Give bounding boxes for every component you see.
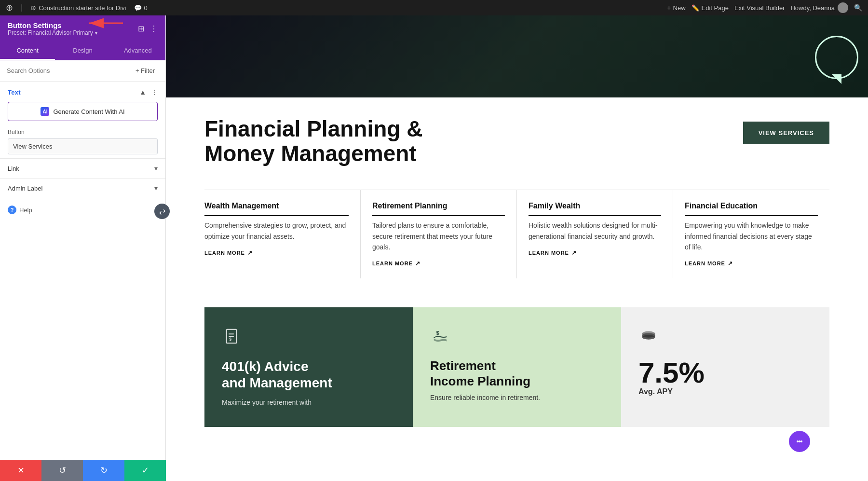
services-grid: Wealth Management Comprehensive strategi… (204, 190, 829, 278)
admin-label-section[interactable]: Admin Label ▾ (0, 178, 165, 198)
link-section[interactable]: Link ▾ (0, 158, 165, 178)
svg-text:$: $ (436, 330, 439, 336)
swap-icon[interactable]: ⇄ (154, 204, 170, 219)
admin-bar: ⊕ | ⊕ Construction starter site for Divi… (0, 0, 868, 15)
learn-more-wealth[interactable]: LEARN MORE ↗ (204, 249, 349, 256)
learn-more-family[interactable]: LEARN MORE ↗ (529, 249, 661, 256)
preset-selector[interactable]: Preset: Financial Advisor Primary ▾ (8, 29, 97, 36)
filter-button[interactable]: + Filter (132, 65, 159, 76)
button-field-label: Button (8, 129, 158, 136)
section-collapse-icon[interactable]: ▲ (139, 88, 146, 96)
sidebar-panel: Button Settings Preset: Financial Adviso… (0, 15, 166, 481)
service-desc-wealth: Comprehensive strategies to grow, protec… (204, 220, 349, 242)
service-title-retirement: Retirement Planning (372, 202, 505, 216)
service-title-education: Financial Education (685, 202, 818, 216)
search-icon[interactable]: 🔍 (854, 4, 862, 12)
wp-logo-icon[interactable]: ⊕ (6, 2, 13, 13)
site-title[interactable]: ⊕ Construction starter site for Divi (30, 4, 126, 12)
service-item-education: Financial Education Empowering you with … (673, 190, 829, 278)
redo-button[interactable]: ↻ (83, 460, 124, 481)
card-apy: 7.5% Avg. APY (621, 307, 829, 427)
comments-item[interactable]: 💬 0 (134, 4, 148, 12)
tab-design[interactable]: Design (55, 42, 110, 60)
svg-point-13 (799, 440, 800, 442)
service-desc-education: Empowering you with knowledge to make in… (685, 220, 818, 252)
service-item-retirement: Retirement Planning Tailored plans to en… (361, 190, 517, 278)
text-section: Text ▲ ⋮ AI Generate Content With AI But… (0, 82, 165, 158)
service-desc-family: Holistic wealth solutions designed for m… (529, 220, 661, 242)
more-options-icon[interactable]: ⋮ (150, 24, 158, 33)
tab-content[interactable]: Content (0, 42, 55, 60)
chat-bubble-tail (832, 74, 841, 84)
help-icon: ? (8, 206, 16, 214)
svg-point-11 (642, 335, 655, 340)
apy-label: Avg. APY (638, 387, 812, 396)
howdy-label: Howdy, Deanna (790, 2, 848, 13)
hero-section (166, 15, 868, 97)
cards-grid: $ 401(k) Advice and Management Maximize … (204, 307, 829, 427)
card-retirement-title: Retirement Income Planning (430, 358, 604, 388)
button-text-input[interactable] (8, 138, 158, 154)
content-area: Financial Planning & Money Management VI… (166, 15, 868, 481)
sidebar-tabs: Content Design Advanced (0, 42, 165, 60)
page-main-title: Financial Planning & Money Management (204, 117, 422, 165)
edit-page-button[interactable]: ✏️ Edit Page (692, 4, 729, 12)
page-content: Financial Planning & Money Management VI… (166, 97, 868, 446)
chat-bubble-circle (815, 36, 858, 79)
exit-builder-button[interactable]: Exit Visual Builder (734, 4, 785, 12)
search-input[interactable] (7, 67, 128, 74)
site-icon: ⊕ (30, 4, 36, 12)
apy-number: 7.5% (638, 358, 812, 387)
sidebar-header: Button Settings Preset: Financial Adviso… (0, 15, 165, 42)
red-arrow-indicator (87, 15, 125, 32)
card-retirement-income: $ Retirement Income Planning Ensure reli… (413, 307, 621, 427)
card-401k-title: 401(k) Advice and Management (222, 358, 395, 391)
service-item-wealth: Wealth Management Comprehensive strategi… (204, 190, 361, 278)
admin-label-chevron-icon: ▾ (154, 184, 158, 192)
arrow-icon-2: ↗ (415, 260, 420, 267)
ai-icon: AI (41, 107, 49, 116)
hand-money-icon: $ (430, 327, 450, 347)
svg-text:$: $ (229, 337, 231, 342)
help-section[interactable]: ? Help (0, 198, 165, 222)
bottom-toolbar: ✕ ↺ ↻ ✓ (0, 460, 166, 481)
view-services-button[interactable]: VIEW SERVICES (743, 122, 829, 144)
card-retirement-desc: Ensure reliable income in retirement. (430, 394, 604, 401)
svg-point-12 (797, 440, 799, 442)
card-401k-desc: Maximize your retirement with (222, 397, 395, 408)
main-area: Button Settings Preset: Financial Adviso… (0, 15, 868, 481)
learn-more-education[interactable]: LEARN MORE ↗ (685, 260, 818, 267)
chat-support-button[interactable] (789, 431, 810, 452)
split-view-icon[interactable]: ⊞ (138, 24, 144, 33)
cancel-button[interactable]: ✕ (0, 460, 41, 481)
document-icon: $ (222, 327, 242, 347)
sidebar-panel-title: Button Settings (8, 21, 97, 29)
arrow-icon: ↗ (247, 249, 253, 256)
service-item-family: Family Wealth Holistic wealth solutions … (517, 190, 673, 278)
new-button[interactable]: + New (667, 4, 685, 12)
service-title-family: Family Wealth (529, 202, 661, 216)
planning-header: Financial Planning & Money Management VI… (204, 117, 829, 165)
tab-advanced[interactable]: Advanced (110, 42, 165, 60)
arrow-icon-3: ↗ (571, 249, 577, 256)
arrow-icon-4: ↗ (728, 260, 733, 267)
ai-generate-button[interactable]: AI Generate Content With AI (8, 102, 158, 121)
card-401k: $ 401(k) Advice and Management Maximize … (204, 307, 413, 427)
undo-button[interactable]: ↺ (41, 460, 83, 481)
service-title-wealth: Wealth Management (204, 202, 349, 216)
search-bar: + Filter (0, 60, 165, 82)
learn-more-retirement[interactable]: LEARN MORE ↗ (372, 260, 505, 267)
section-title-text: Text (8, 89, 21, 96)
section-menu-icon[interactable]: ⋮ (151, 88, 158, 96)
svg-point-14 (800, 440, 802, 442)
avatar (838, 2, 848, 13)
link-chevron-icon: ▾ (154, 165, 158, 172)
coins-icon (638, 327, 659, 347)
save-button[interactable]: ✓ (124, 460, 166, 481)
service-desc-retirement: Tailored plans to ensure a comfortable, … (372, 220, 505, 252)
chat-bubble-overlay (810, 31, 868, 97)
